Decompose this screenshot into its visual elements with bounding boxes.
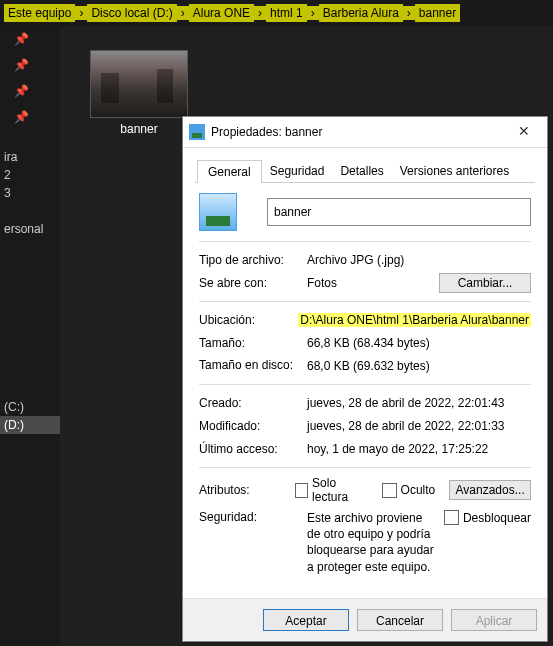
breadcrumb-item[interactable]: Barberia Alura bbox=[319, 4, 403, 22]
advanced-button[interactable]: Avanzados... bbox=[449, 480, 531, 500]
breadcrumb-item[interactable]: banner bbox=[415, 4, 460, 22]
checkbox-icon bbox=[295, 483, 308, 498]
filename-input[interactable] bbox=[267, 198, 531, 226]
titlebar[interactable]: Propiedades: banner ✕ bbox=[183, 117, 547, 148]
tab-detalles[interactable]: Detalles bbox=[332, 160, 391, 182]
image-icon bbox=[90, 50, 188, 118]
image-file-icon bbox=[199, 193, 237, 231]
label-attributes: Atributos: bbox=[199, 483, 295, 497]
breadcrumb-item[interactable]: Alura ONE bbox=[189, 4, 254, 22]
checkbox-icon bbox=[444, 510, 459, 525]
label-size-on-disk: Tamaño en disco: bbox=[199, 359, 307, 372]
chevron-right-icon[interactable]: › bbox=[75, 6, 87, 20]
pin-icon: 📌 bbox=[0, 52, 60, 78]
breadcrumb-item[interactable]: Disco local (D:) bbox=[87, 4, 176, 22]
pin-icon: 📌 bbox=[0, 78, 60, 104]
ok-button[interactable]: Aceptar bbox=[263, 609, 349, 631]
security-text: Este archivo proviene de otro equipo y p… bbox=[307, 510, 444, 575]
checkbox-icon bbox=[382, 483, 397, 498]
tab-seguridad[interactable]: Seguridad bbox=[262, 160, 333, 182]
checkbox-label: Desbloquear bbox=[463, 511, 531, 525]
close-icon[interactable]: ✕ bbox=[507, 121, 541, 143]
apply-button[interactable]: Aplicar bbox=[451, 609, 537, 631]
image-file-icon bbox=[189, 124, 205, 140]
sidebar: 📌 📌 📌 📌 ira 2 3 ersonal (C:) (D:) bbox=[0, 26, 61, 646]
checkbox-unblock[interactable]: Desbloquear bbox=[444, 510, 531, 525]
change-button[interactable]: Cambiar... bbox=[439, 273, 531, 293]
value-accessed: hoy, 1 de mayo de 2022, 17:25:22 bbox=[307, 442, 531, 456]
breadcrumb-item[interactable]: Este equipo bbox=[4, 4, 75, 22]
chevron-right-icon[interactable]: › bbox=[403, 6, 415, 20]
value-location: D:\Alura ONE\html 1\Barberia Alura\banne… bbox=[298, 313, 531, 327]
label-accessed: Último acceso: bbox=[199, 442, 307, 456]
sidebar-label: ira bbox=[0, 148, 60, 166]
dialog-buttons: Aceptar Cancelar Aplicar bbox=[183, 598, 547, 641]
checkbox-hidden[interactable]: Oculto bbox=[382, 483, 436, 498]
checkbox-label: Oculto bbox=[401, 483, 436, 497]
sidebar-drive[interactable]: (D:) bbox=[0, 416, 60, 434]
pin-icon: 📌 bbox=[0, 26, 60, 52]
label-opens-with: Se abre con: bbox=[199, 276, 307, 290]
label-security: Seguridad: bbox=[199, 510, 307, 524]
checkbox-label: Solo lectura bbox=[312, 476, 368, 504]
chevron-right-icon[interactable]: › bbox=[254, 6, 266, 20]
cancel-button[interactable]: Cancelar bbox=[357, 609, 443, 631]
value-size: 66,8 KB (68.434 bytes) bbox=[307, 336, 531, 350]
value-filetype: Archivo JPG (.jpg) bbox=[307, 253, 531, 267]
file-thumbnail[interactable]: banner bbox=[84, 50, 194, 136]
dialog-title: Propiedades: banner bbox=[211, 125, 507, 139]
properties-dialog: Propiedades: banner ✕ General Seguridad … bbox=[182, 116, 548, 642]
divider bbox=[199, 301, 531, 302]
chevron-right-icon[interactable]: › bbox=[177, 6, 189, 20]
label-location: Ubicación: bbox=[199, 313, 298, 327]
label-size: Tamaño: bbox=[199, 336, 307, 350]
value-modified: jueves, 28 de abril de 2022, 22:01:33 bbox=[307, 419, 531, 433]
checkbox-readonly[interactable]: Solo lectura bbox=[295, 476, 368, 504]
divider bbox=[199, 467, 531, 468]
sidebar-label: ersonal bbox=[0, 220, 60, 238]
tab-versiones[interactable]: Versiones anteriores bbox=[392, 160, 517, 182]
value-opens-with: Fotos bbox=[307, 276, 439, 290]
label-created: Creado: bbox=[199, 396, 307, 410]
value-created: jueves, 28 de abril de 2022, 22:01:43 bbox=[307, 396, 531, 410]
tab-row: General Seguridad Detalles Versiones ant… bbox=[183, 148, 547, 182]
breadcrumb[interactable]: Este equipo› Disco local (D:)› Alura ONE… bbox=[0, 0, 553, 27]
sidebar-drive[interactable]: (C:) bbox=[0, 398, 60, 416]
divider bbox=[199, 241, 531, 242]
sidebar-label: 2 bbox=[0, 166, 60, 184]
explorer-window: Este equipo› Disco local (D:)› Alura ONE… bbox=[0, 0, 553, 646]
dialog-body: Tipo de archivo: Archivo JPG (.jpg) Se a… bbox=[183, 183, 547, 575]
value-size-on-disk: 68,0 KB (69.632 bytes) bbox=[307, 359, 531, 373]
divider bbox=[199, 384, 531, 385]
pin-icon: 📌 bbox=[0, 104, 60, 130]
chevron-right-icon[interactable]: › bbox=[307, 6, 319, 20]
breadcrumb-item[interactable]: html 1 bbox=[266, 4, 307, 22]
label-filetype: Tipo de archivo: bbox=[199, 253, 307, 267]
label-modified: Modificado: bbox=[199, 419, 307, 433]
sidebar-label: 3 bbox=[0, 184, 60, 202]
file-name-label: banner bbox=[84, 122, 194, 136]
tab-general[interactable]: General bbox=[197, 160, 262, 183]
